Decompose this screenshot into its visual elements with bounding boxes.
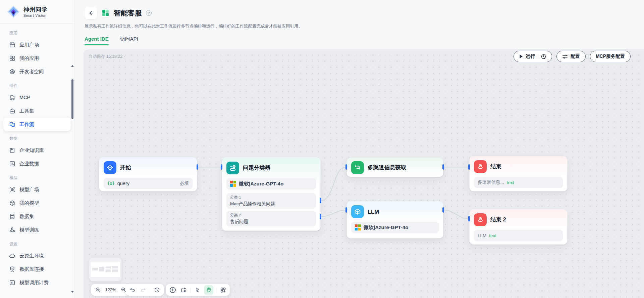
cube-icon: [351, 205, 364, 218]
cursor-icon: [195, 287, 200, 293]
sidebar-item-my-apps[interactable]: 我的应用: [3, 51, 71, 65]
brand-name: 神州问学: [23, 6, 48, 13]
version-history-button[interactable]: [153, 286, 161, 294]
microsoft-logo-icon: [355, 224, 361, 230]
sidebar-item-cloud-native[interactable]: 云原生环境: [3, 249, 71, 262]
handle-class2-out[interactable]: [320, 214, 321, 219]
pointer-tool-button[interactable]: [193, 286, 201, 294]
page-description: 展示私有工作流详细信息，您可以在此对工作流进行多节点编排和运行，编排好的工作流配…: [85, 24, 644, 29]
classifier-class1[interactable]: 分类 1 Mac产品操作相关问题: [226, 193, 316, 209]
sidebar-item-label: 工具集: [19, 108, 34, 114]
zoom-toolbar: 122%: [91, 284, 130, 296]
start-query-row[interactable]: {x} query 必填: [104, 178, 193, 189]
handle-multichannel-in[interactable]: [345, 164, 347, 170]
sidebar-item-developer-space[interactable]: 开发者空间: [3, 65, 71, 78]
edit-toolbar: [166, 284, 230, 296]
route-icon: [351, 161, 364, 174]
output-variable: text: [507, 180, 514, 185]
auto-layout-button[interactable]: [219, 286, 227, 294]
sidebar-item-datasets[interactable]: 数据集: [3, 210, 71, 223]
node-question-classifier[interactable]: 问题分类器 微软|Azure-GPT-4o 分类 1 Mac产品操作相关问题 分…: [222, 157, 321, 231]
handle-end1-in[interactable]: [468, 164, 470, 170]
brand-subtitle: Smart Vision: [23, 14, 48, 17]
hand-tool-button[interactable]: [204, 285, 213, 295]
toolbar-divider: [216, 287, 216, 293]
sidebar-item-label: 模型训练: [19, 227, 39, 233]
node-title: 问题分类器: [243, 164, 271, 172]
section-label-components: 组件: [9, 83, 65, 89]
output-ref: 多渠道信息...: [478, 179, 504, 185]
sidebar-item-label: 模型调用计费: [19, 280, 49, 286]
section-label-settings: 设置: [9, 241, 65, 247]
microsoft-logo-icon: [230, 181, 236, 187]
classifier-class2[interactable]: 分类 2 售后问题: [226, 211, 316, 226]
sidebar-item-billing[interactable]: ¥ 模型调用计费: [3, 276, 71, 289]
handle-class1-out[interactable]: [320, 198, 321, 203]
add-node-button[interactable]: [169, 286, 177, 294]
sidebar-item-app-plaza[interactable]: 应用广场: [3, 38, 71, 51]
plus-circle-icon: [169, 287, 176, 293]
sidebar-item-knowledge-base[interactable]: 企业知识库: [3, 143, 71, 157]
sidebar-item-model-plaza[interactable]: 模型广场: [3, 183, 71, 196]
end1-output-row[interactable]: 多渠道信息... text: [474, 177, 563, 188]
node-end-2[interactable]: 结束 2 LLM text: [469, 209, 568, 245]
node-llm[interactable]: LLM 微软|Azure-GPT-4o: [346, 201, 443, 239]
handle-llm-in[interactable]: [345, 207, 347, 213]
undo-button[interactable]: [128, 286, 137, 294]
brand: 神州问学 Smart Vision: [0, 0, 74, 24]
sidebar-item-my-models[interactable]: 我的模型: [3, 196, 71, 210]
workflow-canvas[interactable]: 自动保存 15:19:22 · 运行 配置 MCP服务配置: [84, 49, 644, 298]
scrollbar-thumb[interactable]: [71, 79, 73, 119]
cube-icon: [9, 200, 15, 206]
tab-api-access[interactable]: 访问API: [120, 36, 138, 45]
sidebar-item-label: 数据库连接: [19, 266, 44, 272]
sidebar-item-label: 数据集: [19, 213, 34, 220]
node-title: 开始: [120, 164, 131, 171]
book-icon: [9, 147, 15, 154]
sidebar-item-db-connection[interactable]: 数据库连接: [3, 262, 71, 276]
sidebar-item-model-training[interactable]: 模型训练: [3, 223, 71, 237]
scroll-up-arrow-icon[interactable]: [71, 65, 74, 67]
minimap[interactable]: [89, 258, 122, 281]
mcp-icon: MCP: [9, 94, 15, 101]
node-title: 结束 2: [490, 216, 506, 223]
cloud-icon: [9, 253, 15, 259]
tab-agent-ide[interactable]: Agent IDE: [85, 36, 109, 45]
node-end-1[interactable]: 结束 多渠道信息... text: [469, 156, 568, 191]
node-multichannel[interactable]: 多渠道信息获取: [346, 158, 443, 177]
node-start[interactable]: 开始 {x} query 必填: [99, 157, 197, 191]
scroll-down-arrow-icon[interactable]: [71, 291, 74, 293]
llm-model-row[interactable]: 微软|Azure-GPT-4o: [351, 222, 439, 233]
handle-start-out[interactable]: [197, 164, 198, 170]
edge-llm-end2: [443, 210, 469, 219]
handle-llm-out[interactable]: [442, 207, 444, 213]
handle-classifier-in[interactable]: [221, 164, 222, 170]
end2-output-row[interactable]: LLM text: [474, 230, 563, 241]
redo-icon: [140, 287, 146, 293]
variable-badge: {x}: [107, 181, 115, 186]
sidebar: 神州问学 Smart Vision 应用 应用广场 我的应用 开发者空间 组件 …: [0, 0, 74, 298]
sidebar-item-workflow[interactable]: 工作流: [3, 118, 71, 131]
node-title: 结束: [490, 163, 501, 170]
undo-icon: [129, 287, 136, 293]
end-pin-icon: [474, 213, 487, 226]
section-label-models: 模型: [9, 175, 65, 181]
zoom-out-button[interactable]: [94, 286, 102, 294]
redo-button[interactable]: [139, 286, 147, 294]
toolbar-divider: [150, 287, 150, 293]
class-label: 分类 2: [230, 213, 312, 218]
add-note-button[interactable]: [179, 286, 187, 294]
class-value: Mac产品操作相关问题: [230, 201, 312, 207]
handle-end2-in[interactable]: [468, 216, 470, 221]
layout-organize-icon: [220, 287, 226, 293]
bar-chart-icon: [9, 161, 15, 167]
sidebar-item-mcp[interactable]: MCP MCP: [3, 91, 71, 104]
help-icon[interactable]: ?: [146, 10, 152, 16]
handle-multichannel-out[interactable]: [442, 164, 444, 170]
back-arrow-icon: [88, 10, 94, 16]
classifier-model-row[interactable]: 微软|Azure-GPT-4o: [226, 178, 316, 189]
back-button[interactable]: [85, 7, 97, 19]
sidebar-item-enterprise-data[interactable]: 企业数据: [3, 157, 71, 170]
sidebar-item-toolset[interactable]: 工具集: [3, 104, 71, 118]
sidebar-scrollbar[interactable]: [71, 54, 74, 296]
